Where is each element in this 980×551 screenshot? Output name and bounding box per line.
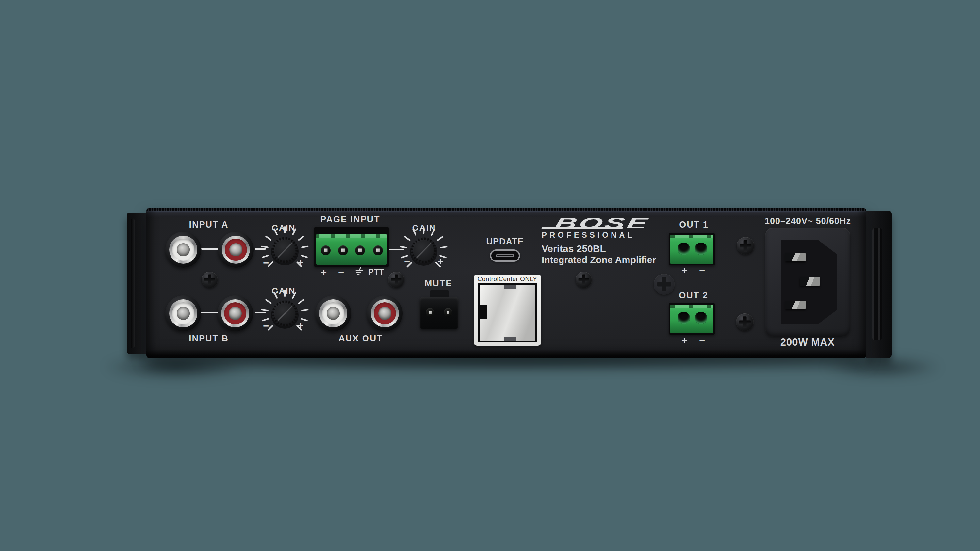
- page-input-pin-ground[interactable]: [355, 246, 365, 255]
- ac-inlet-c14[interactable]: [781, 240, 837, 324]
- out2-speaker-connector[interactable]: [669, 303, 715, 335]
- mute-label: MUTE: [425, 278, 452, 289]
- page-input-label: PAGE INPUT: [320, 214, 380, 225]
- model-description-label: Integrated Zone Amplifier: [542, 255, 656, 265]
- page-input-pin-ptt[interactable]: [373, 246, 383, 255]
- phillips-screw: [737, 237, 754, 255]
- link-line: [201, 312, 218, 313]
- gain-min-label: −: [263, 320, 269, 332]
- mute-connector[interactable]: [420, 297, 458, 329]
- link-line: [201, 248, 218, 250]
- rj45-controlcenter-port[interactable]: [480, 285, 535, 341]
- input-b-gain-knob[interactable]: [257, 286, 313, 341]
- out2-plus-label: +: [681, 335, 687, 346]
- rack-ear-right: [865, 211, 892, 358]
- out1-plus-label: +: [681, 265, 687, 276]
- gain-max-label: +: [438, 256, 443, 268]
- phillips-screw: [202, 272, 218, 288]
- usb-c-update-port[interactable]: [490, 249, 520, 262]
- rj45-notch-top: [504, 285, 516, 289]
- out2-terminal-plus[interactable]: [678, 312, 690, 324]
- out1-minus-label: −: [699, 265, 705, 276]
- mute-pin-2[interactable]: [444, 308, 452, 317]
- page-gain-knob[interactable]: [396, 222, 452, 278]
- update-label: UPDATE: [486, 237, 523, 247]
- power-rating-label: 100–240V~ 50/60Hz: [765, 216, 851, 226]
- rack-ear-left: [127, 213, 148, 354]
- input-a-left-rca-jack[interactable]: [165, 232, 201, 268]
- phillips-screw-flat: [654, 274, 675, 295]
- aux-out-right-rca-jack[interactable]: [367, 295, 403, 331]
- power-max-label: 200W MAX: [780, 337, 835, 348]
- input-a-gain-knob[interactable]: [257, 222, 313, 278]
- gain-min-label: −: [404, 256, 410, 268]
- aux-out-left-rca-jack[interactable]: [315, 295, 351, 331]
- gain-max-label: +: [298, 257, 304, 268]
- page-input-terminal-block[interactable]: [314, 227, 389, 267]
- out1-speaker-connector[interactable]: [669, 233, 715, 265]
- input-b-right-rca-jack[interactable]: [217, 295, 253, 331]
- chassis-ground-icon: [353, 267, 363, 277]
- phillips-screw: [736, 313, 754, 331]
- out2-terminal-minus[interactable]: [695, 312, 707, 324]
- ac-pin-bottom: [785, 301, 805, 309]
- page-plus-label: +: [321, 266, 327, 278]
- brand-sub-label: PROFESSIONAL: [542, 230, 635, 240]
- ac-inlet-plate: [765, 227, 850, 337]
- ac-pin-middle: [800, 277, 820, 286]
- out1-terminal-minus[interactable]: [695, 243, 707, 255]
- usb-c-slot: [496, 254, 514, 257]
- input-b-label: INPUT B: [189, 333, 229, 344]
- phillips-screw: [576, 272, 592, 288]
- out2-label: OUT 2: [679, 291, 708, 301]
- input-a-right-rca-jack[interactable]: [218, 232, 254, 268]
- brand-logo-underline: [541, 227, 623, 229]
- rj45-notch-bottom: [504, 337, 516, 341]
- page-minus-label: −: [338, 266, 344, 278]
- out1-terminal-plus[interactable]: [678, 243, 690, 255]
- aux-out-label: AUX OUT: [339, 333, 383, 344]
- bose-amplifier-rear-panel-photo: INPUT A GAIN − + PAGE INPUT + − PTT GAIN…: [0, 0, 980, 551]
- unit-shadow-right: [823, 356, 941, 378]
- controlcenter-label: ControlCenter ONLY: [477, 275, 538, 283]
- input-b-left-rca-jack[interactable]: [165, 295, 201, 331]
- input-a-label: INPUT A: [189, 220, 229, 230]
- model-name-label: Veritas 250BL: [542, 243, 606, 254]
- page-input-pin-plus[interactable]: [321, 246, 331, 255]
- out2-minus-label: −: [699, 335, 705, 346]
- gain-min-label: −: [263, 257, 269, 269]
- ptt-label: PTT: [369, 267, 384, 276]
- phillips-screw: [388, 272, 404, 288]
- ac-pin-top: [785, 253, 805, 262]
- page-input-pin-minus[interactable]: [338, 246, 348, 255]
- out1-label: OUT 1: [679, 220, 708, 230]
- gain-max-label: +: [298, 320, 304, 332]
- mute-pin-1[interactable]: [426, 308, 434, 317]
